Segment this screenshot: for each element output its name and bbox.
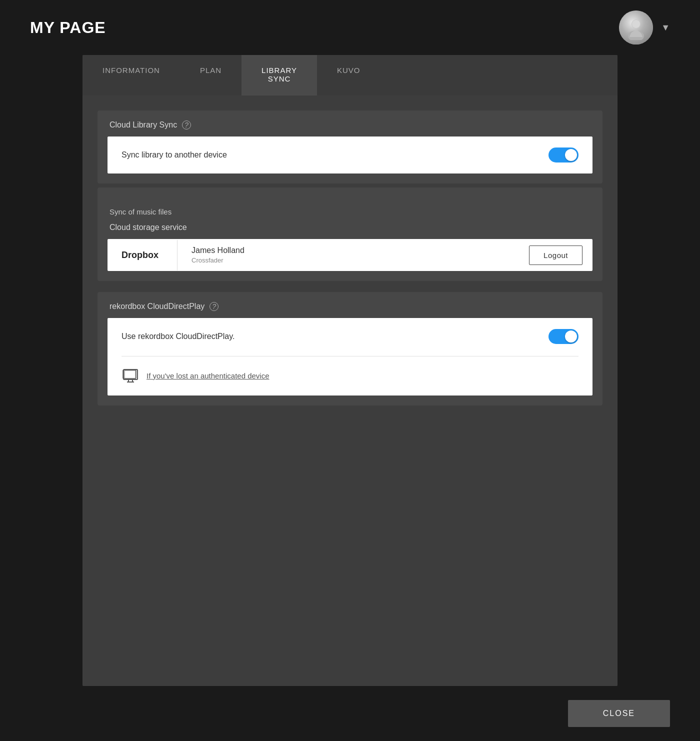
- sync-library-toggle[interactable]: [548, 148, 578, 162]
- bottom-bar: CLOSE: [0, 686, 700, 741]
- sync-library-label: Sync library to another device: [122, 150, 227, 160]
- tab-plan[interactable]: PLAN: [180, 55, 242, 96]
- cloud-storage-title: Cloud storage service: [110, 223, 187, 232]
- storage-username: James Holland: [192, 246, 515, 255]
- sync-library-toggle-track[interactable]: [548, 148, 578, 162]
- header: MY PAGE ▼: [0, 0, 700, 55]
- svg-point-2: [632, 20, 640, 28]
- tab-kuvo[interactable]: KUVO: [317, 55, 380, 96]
- device-link[interactable]: If you've lost an authenticated device: [146, 372, 270, 380]
- cloud-direct-play-toggle[interactable]: [548, 329, 578, 344]
- tab-library-sync[interactable]: LIBRARYSYNC: [242, 55, 317, 96]
- storage-subtitle: Crossfader: [192, 256, 515, 264]
- cloud-direct-card: Use rekordbox CloudDirectPlay.: [108, 318, 592, 396]
- storage-brand: Dropbox: [108, 240, 178, 270]
- main-container: INFORMATION PLAN LIBRARYSYNC KUVO Cloud …: [82, 55, 618, 686]
- close-button[interactable]: CLOSE: [568, 700, 670, 727]
- cloud-direct-top: Use rekordbox CloudDirectPlay.: [122, 329, 578, 344]
- logout-button[interactable]: Logout: [529, 246, 582, 265]
- device-icon: [122, 366, 140, 384]
- cloud-library-sync-title: Cloud Library Sync: [110, 120, 177, 130]
- sync-library-toggle-thumb: [565, 149, 577, 161]
- cloud-direct-play-help-icon[interactable]: ?: [210, 302, 218, 311]
- divider: [122, 356, 578, 356]
- sync-music-label: Sync of music files: [110, 208, 592, 216]
- cloud-storage-subsection: Cloud storage service Dropbox James Holl…: [108, 223, 592, 271]
- device-link-row: If you've lost an authenticated device: [122, 366, 578, 384]
- dropdown-arrow-icon[interactable]: ▼: [661, 22, 670, 33]
- avatar-image: [619, 10, 653, 44]
- cloud-direct-play-toggle-thumb: [565, 330, 577, 342]
- svg-rect-8: [124, 370, 136, 378]
- cloud-library-sync-help-icon[interactable]: ?: [182, 120, 191, 130]
- tabs-bar: INFORMATION PLAN LIBRARYSYNC KUVO: [82, 55, 618, 96]
- cloud-direct-play-section: rekordbox CloudDirectPlay ? Use rekordbo…: [98, 292, 602, 406]
- content-area: Cloud Library Sync ? Sync library to ano…: [82, 96, 618, 686]
- storage-user-info: James Holland Crossfader: [178, 239, 529, 271]
- sync-music-files-section: Sync of music files Cloud storage servic…: [98, 188, 602, 281]
- cloud-direct-play-header: rekordbox CloudDirectPlay ?: [108, 302, 592, 311]
- cloud-direct-play-label: Use rekordbox CloudDirectPlay.: [122, 332, 234, 341]
- avatar[interactable]: [619, 10, 653, 44]
- cloud-direct-play-title: rekordbox CloudDirectPlay: [110, 302, 204, 311]
- sync-library-card: Sync library to another device: [108, 136, 592, 174]
- storage-card: Dropbox James Holland Crossfader Logout: [108, 239, 592, 271]
- header-right: ▼: [619, 10, 670, 44]
- tab-information[interactable]: INFORMATION: [82, 55, 180, 96]
- cloud-storage-header: Cloud storage service: [108, 223, 592, 232]
- svg-rect-4: [123, 370, 136, 378]
- cloud-library-sync-section: Cloud Library Sync ? Sync library to ano…: [98, 110, 602, 184]
- cloud-library-sync-header: Cloud Library Sync ?: [108, 120, 592, 130]
- page-title: MY PAGE: [30, 18, 106, 37]
- cloud-direct-play-toggle-track[interactable]: [548, 329, 578, 344]
